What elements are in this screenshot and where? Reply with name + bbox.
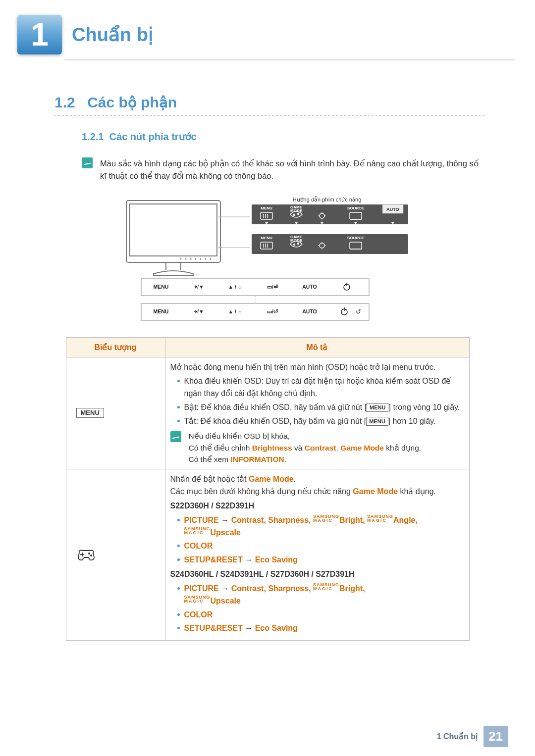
table-row: Nhấn để bật hoặc tắt Game Mode. Các mục …	[66, 469, 469, 641]
chapter-number-badge: 1	[17, 15, 62, 54]
section-underline	[54, 115, 485, 116]
note-text: Màu sắc và hình dạng các bộ phận có thể …	[100, 157, 483, 182]
svg-text:▲ / ☼: ▲ / ☼	[228, 308, 243, 314]
svg-text:▲ / ☼: ▲ / ☼	[228, 284, 243, 290]
svg-rect-65	[141, 303, 369, 320]
svg-point-9	[205, 258, 207, 259]
svg-text:↺: ↺	[356, 308, 361, 315]
svg-point-76	[88, 553, 90, 554]
svg-rect-38	[252, 234, 408, 254]
svg-point-22	[294, 214, 295, 215]
svg-text:⌖/▼: ⌖/▼	[194, 308, 204, 314]
info-note: Màu sắc và hình dạng các bộ phận có thể …	[82, 157, 483, 182]
svg-point-8	[200, 258, 202, 259]
svg-text:MODE: MODE	[290, 208, 303, 213]
table-header-icon: Biểu tượng	[66, 337, 165, 357]
svg-text:SOURCE: SOURCE	[347, 236, 365, 240]
subsection-heading: 1.2.1 Các nút phía trước	[82, 131, 535, 143]
svg-text:MENU: MENU	[261, 236, 272, 240]
table-row: MENU Mở hoặc đóng menu hiển thị trên màn…	[66, 357, 469, 469]
svg-text:AUTO: AUTO	[386, 207, 399, 212]
desc-cell-menu: Mở hoặc đóng menu hiển thị trên màn hình…	[165, 357, 469, 469]
icon-cell-gamepad	[66, 469, 165, 641]
button-description-table: Biểu tượng Mô tả MENU Mở hoặc đóng menu …	[66, 337, 470, 641]
svg-rect-56	[141, 279, 369, 296]
note-icon	[170, 431, 181, 442]
note-icon	[82, 157, 93, 168]
svg-point-6	[190, 258, 192, 259]
svg-point-7	[195, 258, 197, 259]
icon-cell-menu: MENU	[66, 357, 165, 469]
desc-cell-gamepad: Nhấn để bật hoặc tắt Game Mode. Các mục …	[165, 469, 469, 641]
svg-rect-0	[126, 201, 220, 262]
osd-guide-row-1: MENU GAMEMODE SOURCE AUTO	[252, 204, 408, 224]
front-buttons-diagram: Hướng dẫn phím chức năng MENU GAMEMODE S…	[124, 195, 411, 323]
chapter-header: 1 Chuẩn bị	[0, 0, 535, 54]
osd-guide-row-2: MENU GAMEMODE SOURCE	[252, 234, 408, 254]
svg-text:MENU: MENU	[154, 284, 169, 290]
button-bar-1: MENU ⌖/▼ ▲ / ☼ ▭/⏎ AUTO	[141, 279, 369, 296]
gamepad-icon	[76, 549, 96, 561]
svg-text:AUTO: AUTO	[302, 308, 317, 314]
header-underline	[64, 59, 515, 60]
svg-rect-1	[130, 204, 217, 256]
svg-point-77	[90, 554, 92, 556]
svg-text:⌖/▼: ⌖/▼	[194, 284, 204, 290]
svg-text:MODE: MODE	[290, 238, 303, 243]
svg-point-47	[294, 244, 295, 245]
svg-text:AUTO: AUTO	[302, 284, 317, 290]
footer-text: 1 Chuẩn bị	[437, 732, 478, 741]
svg-text:▭/⏎: ▭/⏎	[267, 284, 278, 290]
svg-point-5	[185, 258, 187, 259]
table-header-desc: Mô tả	[165, 337, 469, 357]
svg-point-48	[298, 243, 299, 244]
section-title: Các bộ phận	[87, 94, 177, 111]
chapter-title: Chuẩn bị	[72, 24, 154, 46]
svg-text:MENU: MENU	[154, 308, 169, 314]
section-number: 1.2	[54, 94, 75, 111]
svg-point-10	[210, 258, 212, 259]
button-bar-2: MENU ⌖/▼ ▲ / ☼ ▭/⏎ AUTO ↺	[141, 303, 369, 320]
page-number: 21	[483, 726, 508, 747]
svg-text:SOURCE: SOURCE	[347, 206, 365, 210]
svg-point-4	[180, 258, 182, 259]
svg-text:MENU: MENU	[261, 206, 272, 210]
page-footer: 1 Chuẩn bị 21	[437, 726, 508, 747]
svg-point-23	[298, 213, 299, 214]
diagram-caption: Hướng dẫn phím chức năng	[293, 196, 362, 202]
svg-text:▭/⏎: ▭/⏎	[267, 308, 278, 314]
